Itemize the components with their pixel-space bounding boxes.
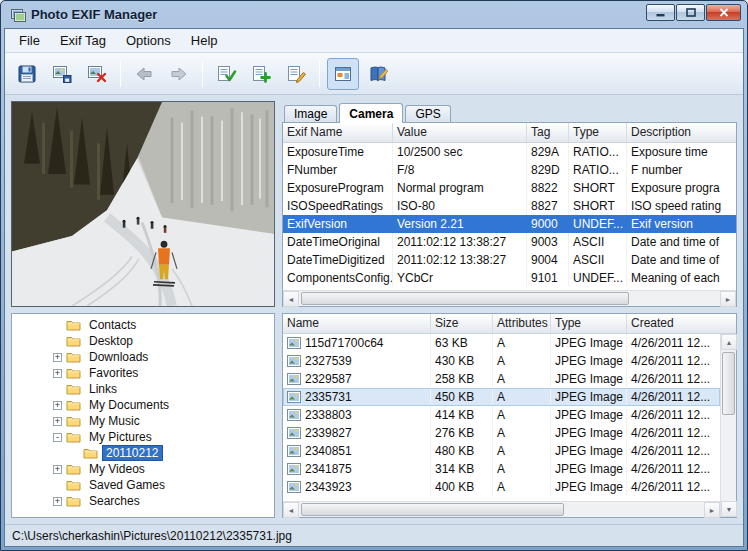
exif-row[interactable]: ComponentsConfig... YCbCr 9101 UNDEF... … [283,269,736,287]
tree-item[interactable]: + Downloads [12,349,274,365]
exif-row[interactable]: ExifVersion Version 2.21 9000 UNDEF... E… [283,215,736,233]
tree-item[interactable]: + My Documents [12,397,274,413]
scroll-down-button[interactable]: ▼ [721,501,737,517]
file-row[interactable]: 2327539 430 KB A JPEG Image 4/26/2011 12… [283,352,720,370]
column-header[interactable]: Created [627,314,736,333]
undo-button[interactable] [128,58,160,90]
exif-row[interactable]: FNumber F/8 829D RATIO... F number [283,161,736,179]
exif-row[interactable]: DateTimeDigitized 2011:02:12 13:38:27 90… [283,251,736,269]
tree-item[interactable]: Links [12,381,274,397]
tree-item[interactable]: 20110212 [12,445,274,461]
scroll-right-button[interactable]: ► [720,291,736,307]
file-attributes-cell: A [493,442,551,460]
tree-item[interactable]: + Favorites [12,365,274,381]
tree-expander-icon[interactable]: + [53,401,62,410]
tree-expander-icon[interactable]: + [53,465,62,474]
file-row[interactable]: 2338803 414 KB A JPEG Image 4/26/2011 12… [283,406,720,424]
column-header[interactable]: Tag [527,123,569,142]
folder-tree: Contacts Desktop [11,313,275,518]
scroll-right-button[interactable]: ► [704,502,720,518]
menu-item[interactable]: Exif Tag [50,30,116,51]
tree-expander-icon[interactable] [53,337,62,346]
tree-item[interactable]: Desktop [12,333,274,349]
file-vertical-scrollbar[interactable]: ▲ ▼ [720,334,736,517]
save-button[interactable] [11,58,43,90]
file-row[interactable]: 115d71700c64 63 KB A JPEG Image 4/26/201… [283,334,720,352]
scrollbar-thumb[interactable] [722,352,735,415]
menu-item[interactable]: File [9,30,50,51]
edit-tag-button[interactable] [280,58,312,90]
folder-icon [83,447,98,459]
tab[interactable]: GPS [405,105,450,122]
tree-expander-icon[interactable] [70,449,79,458]
file-row[interactable]: 2341875 314 KB A JPEG Image 4/26/2011 12… [283,460,720,478]
title-bar[interactable]: Photo EXIF Manager [4,1,744,28]
add-tag-button[interactable] [245,58,277,90]
file-horizontal-scrollbar[interactable]: ◄ ► [283,501,720,517]
menu-item[interactable]: Options [116,30,181,51]
file-name-cell: 2341875 [283,460,431,478]
exif-value-cell: 2011:02:12 13:38:27 [393,233,527,251]
file-row[interactable]: 2340851 480 KB A JPEG Image 4/26/2011 12… [283,442,720,460]
file-row[interactable]: 2339827 276 KB A JPEG Image 4/26/2011 12… [283,424,720,442]
maximize-button[interactable] [676,4,705,21]
column-header[interactable]: Attributes [493,314,551,333]
image-file-icon [287,409,301,421]
column-header[interactable]: Value [393,123,527,142]
tree-item[interactable]: Contacts [12,317,274,333]
scrollbar-track[interactable] [299,502,704,517]
exif-row[interactable]: ExposureTime 10/2500 sec 829A RATIO... E… [283,143,736,161]
column-header[interactable]: Description [627,123,736,142]
tab[interactable]: Camera [339,103,403,123]
scrollbar-thumb[interactable] [301,503,564,516]
image-file-icon [287,373,301,385]
scroll-left-button[interactable]: ◄ [283,502,299,518]
scroll-left-button[interactable]: ◄ [283,291,299,307]
file-name-text: 115d71700c64 [305,334,384,352]
tree-expander-icon[interactable] [53,481,62,490]
exif-horizontal-scrollbar[interactable]: ◄ ► [283,290,736,306]
scroll-up-button[interactable]: ▲ [721,334,737,350]
tree-expander-icon[interactable]: + [53,369,62,378]
redo-button[interactable] [163,58,195,90]
close-button[interactable] [706,4,741,21]
scrollbar-track[interactable] [721,350,736,501]
preview-toggle-button[interactable] [327,58,359,90]
tree-item[interactable]: + Searches [12,493,274,509]
exif-tag-cell: 9003 [527,233,569,251]
delete-exif-button[interactable] [81,58,113,90]
help-book-button[interactable] [362,58,394,90]
folder-icon [66,319,81,331]
tree-item[interactable]: Saved Games [12,477,274,493]
minimize-button[interactable] [646,4,675,21]
file-row[interactable]: 2335731 450 KB A JPEG Image 4/26/2011 12… [283,388,720,406]
image-file-icon [287,463,301,475]
exif-row[interactable]: ExposureProgram Normal program 8822 SHOR… [283,179,736,197]
tree-expander-icon[interactable]: + [53,417,62,426]
exif-row[interactable]: ISOSpeedRatings ISO-80 8827 SHORT ISO sp… [283,197,736,215]
tree-expander-icon[interactable]: + [53,497,62,506]
file-row[interactable]: 2343923 400 KB A JPEG Image 4/26/2011 12… [283,478,720,496]
tree-item[interactable]: - My Pictures [12,429,274,445]
column-header[interactable]: Type [551,314,627,333]
tree-expander-icon[interactable] [53,385,62,394]
save-image-button[interactable] [46,58,78,90]
file-row[interactable]: 2329587 258 KB A JPEG Image 4/26/2011 12… [283,370,720,388]
tree-expander-icon[interactable]: + [53,353,62,362]
menu-item[interactable]: Help [181,30,228,51]
column-header[interactable]: Type [569,123,627,142]
scrollbar-thumb[interactable] [301,292,629,305]
column-header[interactable]: Name [283,314,431,333]
tab[interactable]: Image [284,105,337,122]
tree-item[interactable]: + My Videos [12,461,274,477]
tree-item[interactable]: + My Music [12,413,274,429]
file-created-cell: 4/26/2011 12... [627,460,720,478]
column-header[interactable]: Exif Name [283,123,393,142]
apply-tag-button[interactable] [210,58,242,90]
column-header[interactable]: Size [431,314,493,333]
tree-expander-icon[interactable] [53,321,62,330]
tree-expander-icon[interactable]: - [53,433,62,442]
scrollbar-track[interactable] [299,291,720,306]
exif-description-cell: Date and time of [627,233,736,251]
exif-row[interactable]: DateTimeOriginal 2011:02:12 13:38:27 900… [283,233,736,251]
